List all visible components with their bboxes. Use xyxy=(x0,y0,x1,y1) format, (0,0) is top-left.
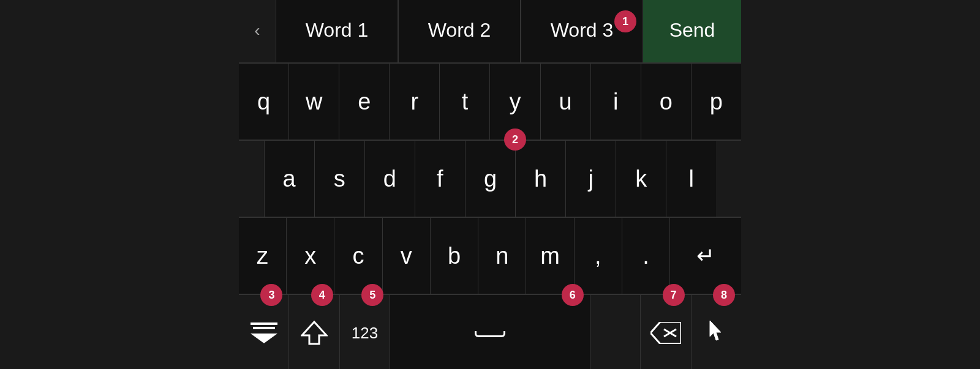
key-period[interactable]: . xyxy=(622,217,670,294)
suggestion-word-1[interactable]: Word 1 xyxy=(276,0,398,62)
row-qwerty: q w e r t y 2 u i o p xyxy=(239,63,741,140)
key-x[interactable]: x xyxy=(287,217,334,294)
row-special: 3 4 123 5 6 xyxy=(239,294,741,369)
keyboard-rows: q w e r t y 2 u i o p a s d f g h j k l xyxy=(239,63,741,369)
svg-marker-0 xyxy=(302,322,326,344)
hide-keyboard-icon xyxy=(251,322,277,343)
row-asdf: a s d f g h j k l xyxy=(239,140,741,217)
key-j[interactable]: j xyxy=(566,140,616,217)
key-p[interactable]: p xyxy=(692,63,741,140)
key-k[interactable]: k xyxy=(616,140,666,217)
row-zxcv: z x c v b n m , . ↵ xyxy=(239,217,741,294)
spacer-right xyxy=(716,140,741,217)
key-backspace[interactable]: 7 xyxy=(641,294,691,369)
key-z[interactable]: z xyxy=(239,217,287,294)
key-l[interactable]: l xyxy=(666,140,716,217)
send-button[interactable]: Send xyxy=(643,0,741,62)
key-cursor[interactable]: 8 xyxy=(692,294,741,369)
key-e[interactable]: e xyxy=(339,63,390,140)
badge-1: 1 xyxy=(614,10,636,32)
keyboard-container: ‹ Word 1 Word 2 Word 3 1 Send q w e r t … xyxy=(239,0,741,369)
key-i[interactable]: i xyxy=(591,63,641,140)
suggestion-bar: ‹ Word 1 Word 2 Word 3 1 Send xyxy=(239,0,741,63)
key-o[interactable]: o xyxy=(641,63,692,140)
svg-marker-1 xyxy=(650,322,681,344)
key-empty xyxy=(590,294,641,369)
key-d[interactable]: d xyxy=(365,140,415,217)
key-numbers[interactable]: 123 5 xyxy=(340,294,390,369)
key-t[interactable]: t xyxy=(440,63,490,140)
shift-icon xyxy=(301,319,328,346)
badge-6: 6 xyxy=(562,284,584,306)
key-c[interactable]: c xyxy=(334,217,382,294)
badge-2: 2 xyxy=(504,129,526,151)
key-space[interactable]: 6 xyxy=(390,294,590,369)
cursor-icon xyxy=(704,319,728,346)
key-f[interactable]: f xyxy=(415,140,466,217)
key-a[interactable]: a xyxy=(265,140,315,217)
suggestion-word-3[interactable]: Word 3 1 xyxy=(521,0,643,62)
key-r[interactable]: r xyxy=(390,63,440,140)
key-q[interactable]: q xyxy=(239,63,289,140)
key-y[interactable]: y 2 xyxy=(490,63,540,140)
key-s[interactable]: s xyxy=(315,140,365,217)
key-g[interactable]: g xyxy=(466,140,516,217)
key-n[interactable]: n xyxy=(478,217,526,294)
key-hide-keyboard[interactable]: 3 xyxy=(239,294,289,369)
key-shift[interactable]: 4 xyxy=(289,294,339,369)
suggestions-area: Word 1 Word 2 Word 3 1 xyxy=(276,0,643,62)
badge-8: 8 xyxy=(713,284,735,306)
badge-7: 7 xyxy=(663,284,685,306)
key-w[interactable]: w xyxy=(289,63,339,140)
suggestion-word-2[interactable]: Word 2 xyxy=(398,0,521,62)
key-enter[interactable]: ↵ xyxy=(670,217,741,294)
space-icon xyxy=(475,331,505,337)
prev-arrow-button[interactable]: ‹ xyxy=(239,0,276,62)
key-u[interactable]: u xyxy=(541,63,591,140)
key-b[interactable]: b xyxy=(431,217,478,294)
key-h[interactable]: h xyxy=(516,140,566,217)
backspace-icon xyxy=(650,322,681,344)
key-m[interactable]: m xyxy=(526,217,574,294)
badge-5: 5 xyxy=(361,284,383,306)
badge-3: 3 xyxy=(260,284,282,306)
key-v[interactable]: v xyxy=(383,217,431,294)
spacer-left xyxy=(239,140,265,217)
key-comma[interactable]: , xyxy=(575,217,622,294)
badge-4: 4 xyxy=(311,284,333,306)
